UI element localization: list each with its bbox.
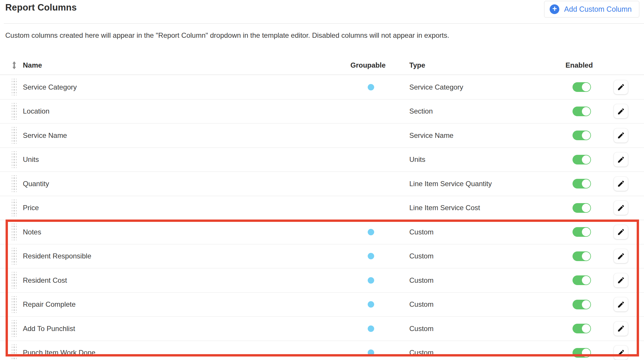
toggle-knob — [582, 252, 590, 260]
drag-handle-icon[interactable] — [12, 103, 17, 120]
pencil-icon — [617, 131, 625, 139]
row-type: Custom — [409, 276, 434, 284]
table-row: Service Name Service Name — [0, 124, 644, 148]
edit-button[interactable] — [614, 177, 628, 191]
edit-button[interactable] — [614, 249, 628, 263]
row-type: Custom — [409, 252, 434, 260]
row-name: Price — [23, 204, 39, 212]
drag-handle-icon[interactable] — [12, 79, 17, 95]
toggle-knob — [582, 300, 590, 309]
page-description: Custom columns created here will appear … — [5, 31, 449, 40]
drag-handle-icon[interactable] — [12, 200, 17, 216]
edit-button[interactable] — [614, 346, 628, 360]
groupable-dot-icon — [368, 253, 374, 259]
table-row: Notes Custom — [0, 220, 644, 244]
groupable-dot-icon — [368, 84, 374, 90]
row-type: Section — [409, 107, 433, 115]
toggle-knob — [582, 276, 590, 284]
pencil-icon — [617, 301, 625, 308]
edit-button[interactable] — [614, 322, 628, 336]
row-name: Resident Responsible — [23, 252, 91, 260]
row-name: Resident Cost — [23, 276, 67, 284]
drag-handle-icon[interactable] — [12, 344, 17, 360]
row-type: Custom — [409, 325, 434, 332]
enabled-toggle[interactable] — [573, 179, 591, 188]
enabled-toggle[interactable] — [573, 203, 591, 213]
pencil-icon — [617, 204, 625, 212]
row-type: Line Item Service Cost — [409, 204, 480, 212]
row-name: Quantity — [23, 180, 49, 188]
row-name: Notes — [23, 228, 41, 236]
row-type: Custom — [409, 349, 434, 356]
toggle-knob — [582, 349, 590, 357]
toggle-knob — [582, 179, 590, 188]
add-custom-column-label: Add Custom Column — [564, 5, 632, 13]
toggle-knob — [582, 131, 590, 140]
enabled-toggle[interactable] — [573, 107, 591, 116]
drag-handle-icon[interactable] — [12, 127, 17, 144]
pencil-icon — [617, 276, 625, 284]
groupable-dot-icon — [368, 325, 374, 332]
pencil-icon — [617, 228, 625, 236]
table-row: Add To Punchlist Custom — [0, 317, 644, 341]
edit-button[interactable] — [614, 273, 628, 287]
edit-button[interactable] — [614, 201, 628, 215]
edit-button[interactable] — [614, 80, 628, 94]
add-custom-column-button[interactable]: + Add Custom Column — [544, 1, 639, 18]
enabled-toggle[interactable] — [573, 348, 591, 358]
drag-handle-icon[interactable] — [12, 320, 17, 337]
enabled-toggle[interactable] — [573, 251, 591, 261]
report-columns-page: Report Columns + Add Custom Column Custo… — [0, 0, 644, 360]
pencil-icon — [617, 107, 625, 115]
pencil-icon — [617, 325, 625, 332]
drag-handle-icon[interactable] — [12, 248, 17, 265]
enabled-toggle[interactable] — [573, 155, 591, 164]
header-enabled: Enabled — [565, 61, 598, 69]
enabled-toggle[interactable] — [573, 300, 591, 309]
table-row: Quantity Line Item Service Quantity — [0, 172, 644, 196]
enabled-toggle[interactable] — [573, 227, 591, 237]
drag-handle-icon[interactable] — [12, 272, 17, 289]
edit-button[interactable] — [614, 104, 628, 118]
edit-button[interactable] — [614, 297, 628, 311]
header-groupable: Groupable — [350, 61, 391, 69]
sort-rows-icon[interactable] — [12, 61, 17, 69]
toggle-knob — [582, 83, 590, 91]
row-name: Service Name — [23, 131, 67, 139]
table-row: Service Category Service Category — [0, 75, 644, 100]
drag-handle-icon[interactable] — [12, 224, 17, 240]
table-body: Service Category Service Category Locati… — [0, 75, 644, 360]
row-type: Line Item Service Quantity — [409, 180, 492, 188]
pencil-icon — [617, 180, 625, 188]
enabled-toggle[interactable] — [573, 131, 591, 140]
drag-handle-icon[interactable] — [12, 296, 17, 313]
enabled-toggle[interactable] — [573, 324, 591, 333]
row-type: Custom — [409, 300, 434, 308]
table-header: Name Groupable Type Enabled — [0, 56, 644, 75]
toggle-knob — [582, 324, 590, 333]
toggle-knob — [582, 228, 590, 236]
drag-handle-icon[interactable] — [12, 151, 17, 168]
row-type: Custom — [409, 228, 434, 236]
pencil-icon — [617, 349, 625, 357]
edit-button[interactable] — [614, 152, 628, 167]
toggle-knob — [582, 107, 590, 116]
groupable-dot-icon — [368, 277, 374, 284]
table-row: Resident Responsible Custom — [0, 244, 644, 269]
row-name: Repair Complete — [23, 300, 76, 308]
table-row: Repair Complete Custom — [0, 293, 644, 317]
groupable-dot-icon — [368, 349, 374, 356]
header-name: Name — [23, 61, 350, 69]
groupable-dot-icon — [368, 229, 374, 235]
edit-button[interactable] — [614, 225, 628, 239]
header-type: Type — [391, 61, 565, 69]
plus-icon: + — [550, 4, 559, 14]
drag-handle-icon[interactable] — [12, 175, 17, 192]
enabled-toggle[interactable] — [573, 82, 591, 92]
row-name: Location — [23, 107, 50, 115]
table-row: Resident Cost Custom — [0, 268, 644, 293]
groupable-dot-icon — [368, 301, 374, 308]
enabled-toggle[interactable] — [573, 275, 591, 285]
edit-button[interactable] — [614, 128, 628, 143]
page-title: Report Columns — [5, 2, 77, 13]
